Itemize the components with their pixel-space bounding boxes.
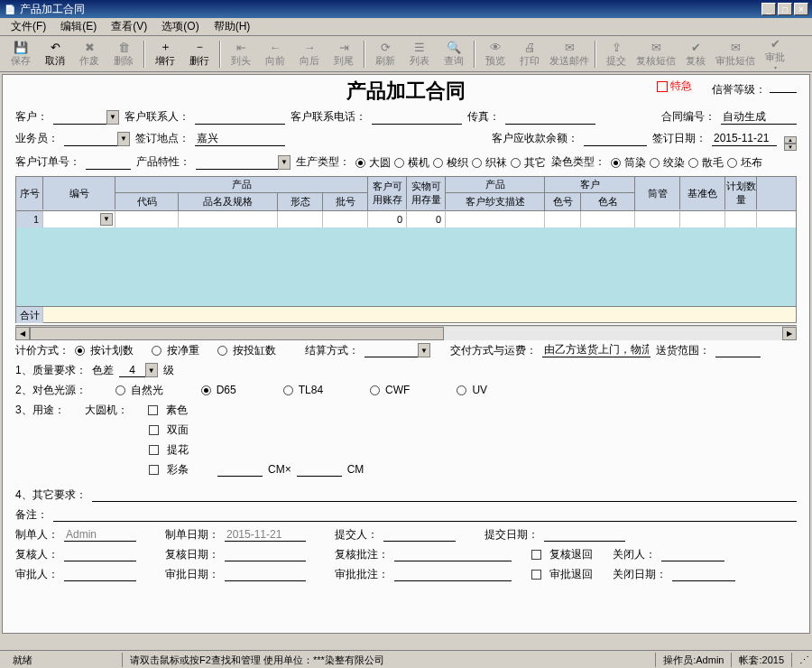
sum-row: 合计 <box>16 306 796 322</box>
last-button[interactable]: ⇥到尾 <box>327 38 361 70</box>
prodtype-opt-0[interactable] <box>355 158 365 168</box>
remark-input[interactable] <box>53 507 797 522</box>
fax-input[interactable] <box>505 110 595 125</box>
menu-help[interactable]: 帮助(H) <box>207 17 258 36</box>
col-bal: 客户可用账存 <box>368 177 407 209</box>
deliveryrange-input[interactable] <box>715 343 761 357</box>
phone-input[interactable] <box>372 110 462 125</box>
cm1-input[interactable] <box>217 462 263 477</box>
pricing-opt-1[interactable] <box>152 346 161 356</box>
settle-input[interactable] <box>364 343 419 357</box>
addrow-button[interactable]: ＋增行 <box>148 38 182 70</box>
save-button[interactable]: 💾保存 <box>4 38 38 70</box>
preview-button[interactable]: 👁预览 <box>478 38 512 70</box>
menu-file[interactable]: 文件(F) <box>4 17 53 36</box>
contractno-label: 合同编号： <box>661 109 715 125</box>
other-input[interactable] <box>92 487 797 502</box>
sales-input[interactable] <box>64 132 118 146</box>
dyetype-opt-1[interactable] <box>650 158 660 168</box>
query-button[interactable]: 🔍查询 <box>437 38 471 70</box>
contact-input[interactable] <box>195 110 285 125</box>
print-button[interactable]: 🖨打印 <box>512 38 547 70</box>
chevron-down-icon[interactable]: ▼ <box>278 155 291 170</box>
cm2-input[interactable] <box>297 462 342 477</box>
reviewmsg-button[interactable]: ✉复核短信 <box>633 38 678 70</box>
chevron-down-icon[interactable]: ▼ <box>145 363 158 377</box>
minimize-button[interactable]: _ <box>761 3 776 15</box>
menu-option[interactable]: 选项(O) <box>154 17 206 36</box>
prev-button[interactable]: ←向前 <box>258 38 292 70</box>
use-opt-2[interactable] <box>149 445 159 455</box>
void-button[interactable]: ✖作废 <box>72 38 106 70</box>
maximize-button[interactable]: □ <box>778 3 792 15</box>
sendmail-button[interactable]: ✉发送邮件 <box>547 38 592 70</box>
delrow-button[interactable]: －删行 <box>182 38 217 70</box>
sales-label: 业务员： <box>15 131 59 146</box>
prodtype-opt-4[interactable] <box>511 158 521 168</box>
next-button[interactable]: →向后 <box>292 38 327 70</box>
custorder-label: 客户订单号： <box>15 154 80 170</box>
delivery-input[interactable] <box>542 343 651 357</box>
approve-button[interactable]: ✔审批▾ <box>758 38 792 70</box>
refresh-button[interactable]: ⟳刷新 <box>368 38 402 70</box>
close-button[interactable]: × <box>794 3 808 15</box>
list-button[interactable]: ☰列表 <box>402 38 437 70</box>
sms-icon: ✉ <box>649 40 663 54</box>
other-label: 4、其它要求： <box>15 487 87 503</box>
use-opt-1[interactable] <box>149 425 159 435</box>
prodtype-opt-3[interactable] <box>472 158 482 168</box>
menu-view[interactable]: 查看(V) <box>104 17 154 36</box>
prodtype-opt-1[interactable] <box>394 158 404 168</box>
customer-input[interactable] <box>53 110 107 125</box>
use-opt-0[interactable] <box>148 405 158 415</box>
pricing-opt-0[interactable] <box>75 346 85 356</box>
signplace-input[interactable] <box>195 132 285 146</box>
light-opt-3[interactable] <box>370 385 380 395</box>
data-grid[interactable]: 序号 编号 产品 代码 品名及规格 形态 批号 客户可用账存 实物可用存量 产品… <box>15 176 797 323</box>
reviewreturn-checkbox[interactable] <box>531 550 541 560</box>
dyetype-opt-2[interactable] <box>688 158 698 168</box>
dyetype-opt-0[interactable] <box>611 158 621 168</box>
menu-bar: 文件(F) 编辑(E) 查看(V) 选项(O) 帮助(H) <box>0 18 812 36</box>
light-opt-4[interactable] <box>457 385 466 395</box>
first-icon: ⇤ <box>234 40 248 54</box>
contractno-input[interactable] <box>721 110 797 125</box>
col-seq: 序号 <box>16 177 43 209</box>
grid-body[interactable]: 1 ▼ 0 0 <box>16 211 796 306</box>
submit-button[interactable]: ⇪提交 <box>599 38 633 70</box>
prodchar-input[interactable] <box>196 155 279 170</box>
chevron-down-icon[interactable]: ▼ <box>117 132 130 146</box>
reviewdate-input <box>225 547 306 561</box>
light-opt-0[interactable] <box>115 385 125 395</box>
pricing-opt-2[interactable] <box>217 346 227 356</box>
horizontal-scrollbar[interactable]: ◀▶ <box>15 325 797 340</box>
use-opt-3[interactable] <box>149 465 159 475</box>
col-cname: 色名 <box>581 193 635 210</box>
cancel-button[interactable]: ↶取消 <box>38 38 72 70</box>
chevron-down-icon[interactable]: ▼ <box>418 343 430 357</box>
dyetype-opt-3[interactable] <box>727 158 737 168</box>
query-icon: 🔍 <box>447 40 461 54</box>
custorder-input[interactable] <box>86 155 131 170</box>
menu-edit[interactable]: 编辑(E) <box>53 17 104 36</box>
light-opt-1[interactable] <box>201 385 211 395</box>
review-button[interactable]: ✔复核 <box>678 38 713 70</box>
void-icon: ✖ <box>82 40 97 54</box>
num-cell[interactable]: ▼ <box>43 211 115 227</box>
light-opt-2[interactable] <box>283 385 293 395</box>
approvemsg-button[interactable]: ✉审批短信 <box>713 38 758 70</box>
signdate-input[interactable] <box>712 132 777 146</box>
approvereturn-checkbox[interactable] <box>531 570 541 580</box>
sms2-icon: ✉ <box>728 40 743 54</box>
first-button[interactable]: ⇤到头 <box>224 38 258 70</box>
urgent-checkbox[interactable]: 特急 <box>657 79 692 94</box>
delete-button[interactable]: 🗑删除 <box>106 38 141 70</box>
approvenote-input <box>394 567 512 581</box>
prodtype-opt-2[interactable] <box>433 158 443 168</box>
receivable-input[interactable] <box>584 132 647 146</box>
chevron-down-icon[interactable]: ▼ <box>106 110 119 125</box>
deliveryrange-label: 送货范围： <box>656 343 710 358</box>
date-spinner[interactable]: ▲▼ <box>784 136 797 151</box>
light-label: 2、对色光源： <box>15 383 87 398</box>
colordiff-input[interactable] <box>119 363 146 377</box>
